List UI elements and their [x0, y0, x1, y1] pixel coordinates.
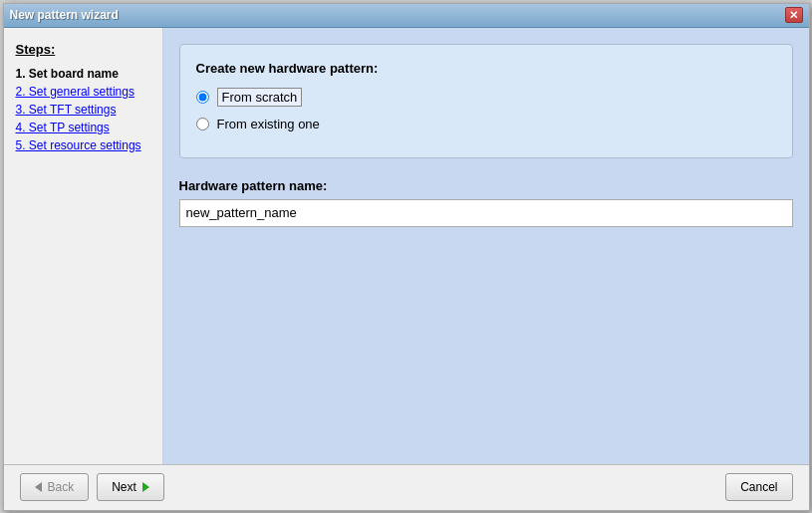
close-button[interactable]: ✕	[785, 7, 803, 23]
radio-from-scratch[interactable]	[196, 91, 209, 104]
radio-from-existing[interactable]	[196, 118, 209, 130]
main-window: New pattern wizard ✕ Steps: 1. Set board…	[3, 3, 810, 511]
back-label: Back	[48, 480, 75, 494]
create-section: Create new hardware pattern: From scratc…	[179, 44, 793, 158]
radio-from-existing-label[interactable]: From existing one	[217, 117, 320, 131]
radio-row-from-scratch: From scratch	[196, 88, 776, 107]
content-area: Steps: 1. Set board name 2. Set general …	[4, 28, 809, 464]
pattern-name-input[interactable]	[179, 199, 793, 227]
titlebar: New pattern wizard ✕	[4, 4, 809, 28]
next-label: Next	[112, 480, 136, 494]
cancel-label: Cancel	[740, 480, 777, 494]
next-button[interactable]: Next	[97, 473, 164, 501]
back-arrow-icon	[35, 482, 42, 492]
main-panel: Create new hardware pattern: From scratc…	[163, 28, 809, 464]
back-button[interactable]: Back	[20, 473, 90, 501]
sidebar-item-step4[interactable]: 4. Set TP settings	[16, 121, 150, 134]
footer: Back Next Cancel	[4, 464, 809, 510]
sidebar-item-step2[interactable]: 2. Set general settings	[16, 85, 150, 99]
create-section-title: Create new hardware pattern:	[196, 61, 776, 76]
name-section: Hardware pattern name:	[179, 178, 793, 227]
next-arrow-icon	[142, 482, 149, 492]
steps-label: Steps:	[16, 42, 150, 57]
radio-from-scratch-label[interactable]: From scratch	[217, 88, 303, 107]
name-section-label: Hardware pattern name:	[179, 178, 793, 193]
sidebar-item-step5[interactable]: 5. Set resource settings	[16, 138, 150, 152]
cancel-button[interactable]: Cancel	[725, 473, 792, 501]
footer-left-buttons: Back Next	[20, 473, 164, 501]
radio-row-from-existing: From existing one	[196, 117, 776, 131]
sidebar-item-step3[interactable]: 3. Set TFT settings	[16, 103, 150, 117]
window-title: New pattern wizard	[10, 8, 119, 22]
sidebar-item-step1: 1. Set board name	[16, 67, 150, 81]
sidebar: Steps: 1. Set board name 2. Set general …	[4, 28, 163, 464]
